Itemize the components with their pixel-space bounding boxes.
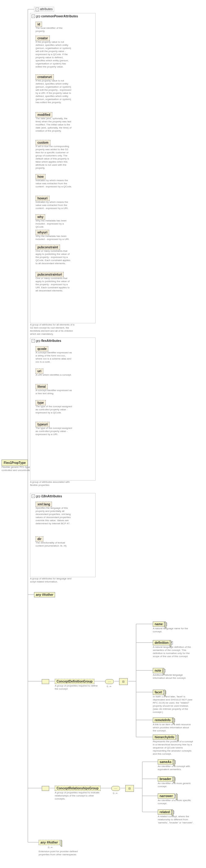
attr-creator-note: If the property value is not defined, sp… <box>36 40 73 68</box>
group-flex-header[interactable]: − grp flexAttributes <box>32 339 61 342</box>
range-def: 0..∞ <box>107 685 111 688</box>
choice-icon-def <box>119 678 128 685</box>
attr-xmllang-note: Specifies the language of this property … <box>36 507 73 525</box>
el-name[interactable]: name <box>153 621 165 627</box>
el-hierarchyinfo[interactable]: hierarchyInfo <box>153 735 176 740</box>
any-other-1: any ##other <box>34 592 55 597</box>
any-other-2: any ##other <box>39 840 60 845</box>
el-note[interactable]: note <box>153 668 163 673</box>
collapse-icon[interactable]: − <box>36 8 39 11</box>
el-facet[interactable]: facet <box>153 690 164 695</box>
range-any-other-2: 0..∞ <box>48 846 53 849</box>
range-rel: 0..∞ <box>113 792 117 795</box>
attr-id-note: The local identifier of the property. <box>36 27 73 33</box>
group-flex-note: A group of attributes associated with fl… <box>30 480 76 487</box>
collapse-icon[interactable]: − <box>32 339 35 342</box>
el-related[interactable]: related <box>158 809 172 815</box>
sequence-stub-2 <box>42 786 49 791</box>
attr-whyuri: whyuri <box>36 230 49 235</box>
attr-creatoruri-note: If the property value is not defined, sp… <box>36 79 73 104</box>
attr-creator: creator <box>36 36 50 41</box>
group-common-note: A group of attributes for all elements o… <box>30 323 76 336</box>
concept-definition-group-note: A group of properties required to define… <box>55 684 101 690</box>
attr-pubconstraint: pubconstraint <box>36 245 60 250</box>
attr-type-note: The type of the concept assigned as cont… <box>36 405 73 414</box>
el-definition-note: A natural language definition of the sem… <box>153 646 193 658</box>
seq-icon-rel <box>111 786 120 791</box>
attributes-label: attributes <box>40 7 53 11</box>
attr-modified: modified <box>36 112 52 117</box>
group-i18n-note: A group of attributes for language and s… <box>30 577 76 583</box>
grp-prefix: grp <box>36 339 41 342</box>
el-narrower-note: An identifier of a more specific concept… <box>158 799 198 805</box>
attributes-header[interactable]: −attributes <box>34 7 54 12</box>
attr-uri-note: A URI which identifies a concept. <box>36 373 72 377</box>
any-other-2-note: Extension point for provider-defined pro… <box>39 850 79 856</box>
attr-whyuri-note: Why the metadata has been included - exp… <box>36 235 73 241</box>
attr-how-note: Indicates by which means the value was e… <box>36 179 73 188</box>
choice-icon-rel <box>125 785 134 792</box>
attr-why: why <box>36 214 45 220</box>
attr-dir: dir <box>36 536 43 541</box>
el-name-note: A natural language name for the concept. <box>153 627 193 633</box>
attr-pubconstraint-note: One or many constraints that apply to pu… <box>36 250 73 265</box>
attr-typeuri-note: The type of the concept assigned as cont… <box>36 427 73 436</box>
grp-name: flexAttributes <box>41 339 61 342</box>
attr-pubconstrainturi: pubconstrainturi <box>36 272 64 277</box>
attr-creatoruri: creatoruri <box>36 74 54 80</box>
el-hierarchyinfo-note: Represents the position of a concept in … <box>153 740 193 755</box>
collapse-icon[interactable]: − <box>32 495 35 498</box>
attr-literal-note: A concept identifier expressed as a free… <box>36 389 73 395</box>
attr-uri: uri <box>36 369 43 374</box>
attr-howuri-note: Indicates by which means the value was e… <box>36 201 73 210</box>
attr-custom-note: If set to true the corresponding propert… <box>36 145 73 170</box>
collapse-icon[interactable]: − <box>32 14 35 18</box>
el-narrower[interactable]: narrower <box>158 794 175 799</box>
seq-icon-def <box>105 679 114 684</box>
attr-modified-note: The date (and, optionally, the time) whe… <box>36 117 73 132</box>
attr-dir-note: The directionality of textual content (e… <box>36 541 73 548</box>
attr-typeuri: typeuri <box>36 422 49 427</box>
attr-why-note: Why the metadata has been included - exp… <box>36 219 73 228</box>
concept-definition-group[interactable]: ConceptDefinitionGroup <box>55 679 94 684</box>
root-type: Flex1PropType <box>2 460 28 466</box>
attr-qcode-note: A concept identifier expressed as a stri… <box>36 351 73 364</box>
el-definition[interactable]: definition <box>153 640 170 645</box>
attr-id: id <box>36 22 42 27</box>
el-remoteinfo-note: A link to an item or a web resource whic… <box>153 723 193 732</box>
concept-relationships-group[interactable]: ConceptRelationshipsGroup <box>55 786 101 791</box>
el-broader-note: An identifier of a more generic concept. <box>158 782 198 788</box>
concept-relationships-group-note: A group of properties required to indica… <box>55 791 101 801</box>
attr-type: type <box>36 400 46 405</box>
el-related-note: A related concept, where the relationshi… <box>158 815 198 824</box>
el-sameas[interactable]: sameAs <box>158 759 173 765</box>
sequence-stub-1 <box>42 679 49 684</box>
group-i18n-header[interactable]: − grp i18nAttributes <box>32 495 62 498</box>
grp-prefix: grp <box>36 495 41 498</box>
grp-name: commonPowerAttributes <box>41 14 78 18</box>
attr-xmllang: xml:lang <box>36 502 52 507</box>
el-facet-note: In NAR 1.8 and later, 'facet' is depreca… <box>153 695 193 714</box>
el-broader[interactable]: broader <box>158 776 173 782</box>
attr-howuri: howuri <box>36 196 49 201</box>
el-note-note: Additional natural language information … <box>153 674 193 680</box>
attr-how: how <box>36 174 45 179</box>
el-sameas-note: An identifier of a concept with equivale… <box>158 765 198 771</box>
attr-custom: custom <box>36 140 50 145</box>
grp-name: i18nAttributes <box>41 495 62 498</box>
attr-literal: literal <box>36 384 48 389</box>
group-common-header[interactable]: − grp commonPowerAttributes <box>32 14 78 18</box>
attr-pubconstrainturi-note: One or many constraints that apply to pu… <box>36 277 73 292</box>
el-remoteinfo[interactable]: remoteInfo <box>153 717 173 723</box>
grp-prefix: grp <box>36 14 41 18</box>
attr-qcode: qcode <box>36 346 48 351</box>
